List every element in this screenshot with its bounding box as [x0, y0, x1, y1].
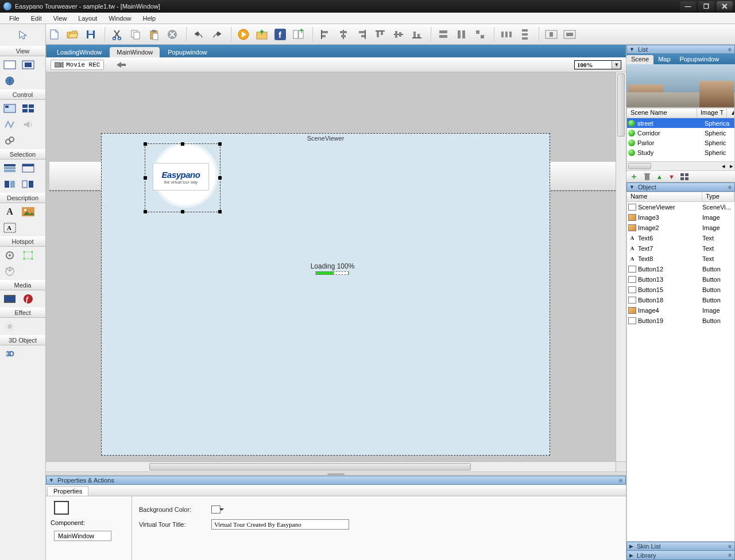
center-v-icon[interactable] [562, 26, 578, 42]
maximize-button[interactable]: ❐ [698, 1, 714, 11]
view-globe-icon[interactable] [2, 75, 17, 87]
col-scroll-up-icon[interactable]: ▲ [727, 108, 734, 118]
object-row[interactable]: Image2Image [627, 223, 734, 233]
object-row[interactable]: Button12Button [627, 264, 734, 274]
view-rect-icon[interactable] [2, 59, 17, 71]
three-d-icon[interactable]: 3D [2, 348, 17, 360]
scene-row[interactable]: streetSpherica [627, 118, 734, 128]
match-width-icon[interactable] [435, 26, 451, 42]
object-row[interactable]: Button15Button [627, 285, 734, 295]
selection-frame-icon[interactable] [21, 162, 36, 174]
bg-color-swatch[interactable] [211, 505, 220, 514]
undo-icon[interactable] [191, 26, 207, 42]
tab-loadingwindow[interactable]: LoadingWindow [50, 47, 109, 57]
zoom-selector[interactable]: ▾ [574, 60, 621, 69]
zoom-dropdown-icon[interactable]: ▾ [612, 61, 621, 69]
scene-row[interactable]: StudySpheric [627, 147, 734, 157]
minimize-button[interactable]: — [680, 1, 696, 11]
hotspot-point-icon[interactable] [2, 249, 17, 262]
menu-view[interactable]: View [48, 15, 73, 22]
object-list[interactable]: SceneViewerSceneVi...Image3ImageImage2Im… [626, 202, 735, 542]
media-video-icon[interactable] [2, 293, 17, 305]
menu-help[interactable]: Help [137, 15, 162, 22]
zoom-input[interactable] [575, 61, 612, 69]
text-tool-icon[interactable]: A [2, 205, 17, 218]
scene-hscroll[interactable]: ◂▸ [626, 162, 735, 171]
distribute-v-icon[interactable] [517, 26, 533, 42]
new-file-icon[interactable] [46, 26, 62, 42]
close-button[interactable]: ✕ [717, 1, 733, 11]
delete-icon[interactable] [164, 26, 180, 42]
panel-options-icon[interactable]: ≡ [728, 46, 732, 53]
object-row[interactable]: Button18Button [627, 295, 734, 305]
selection-dual-icon[interactable] [21, 178, 36, 190]
menu-file[interactable]: File [3, 15, 25, 22]
delete-scene-icon[interactable] [644, 173, 651, 181]
control-panel-icon[interactable] [2, 102, 17, 115]
effect-sun-icon[interactable] [2, 320, 17, 333]
panel-options-icon[interactable]: ≡ [619, 477, 623, 484]
tab-scene[interactable]: Scene [626, 55, 653, 64]
distribute-h-icon[interactable] [498, 26, 514, 42]
col-object-type[interactable]: Type [702, 192, 734, 201]
panel-options-icon[interactable]: ≡ [728, 543, 732, 550]
col-image-type[interactable]: Image T [697, 108, 727, 118]
align-left-icon[interactable] [317, 26, 333, 42]
object-row[interactable]: SceneViewerSceneVi... [627, 202, 734, 212]
export-list-icon[interactable] [291, 26, 307, 42]
align-top-icon[interactable] [372, 26, 388, 42]
object-row[interactable]: Button19Button [627, 316, 734, 326]
tab-popupwindow[interactable]: Popupwindow [161, 47, 214, 57]
paste-icon[interactable] [146, 26, 162, 42]
save-file-icon[interactable] [83, 26, 99, 42]
canvas-vscroll[interactable] [616, 72, 626, 461]
canvas-hscroll[interactable] [46, 461, 616, 472]
play-icon[interactable] [235, 26, 252, 42]
hotspot-radar-icon[interactable] [2, 265, 17, 278]
scene-row[interactable]: CorridorSpheric [627, 128, 734, 138]
media-flash-icon[interactable]: f [21, 293, 36, 305]
object-row[interactable]: AText6Text [627, 233, 734, 243]
align-hcenter-icon[interactable] [335, 26, 351, 42]
pointer-tool-icon[interactable] [16, 29, 30, 41]
menu-window[interactable]: Window [103, 15, 137, 22]
tab-mainwindow[interactable]: MainWindow [110, 47, 160, 57]
textarea-tool-icon[interactable]: A [2, 221, 17, 234]
match-height-icon[interactable] [454, 26, 470, 42]
object-row[interactable]: AText8Text [627, 254, 734, 264]
align-right-icon[interactable] [354, 26, 370, 42]
center-h-icon[interactable] [543, 26, 559, 42]
image-tool-icon[interactable] [21, 205, 36, 218]
col-object-name[interactable]: Name [627, 192, 702, 201]
hotspot-area-icon[interactable] [21, 249, 36, 262]
align-bottom-icon[interactable] [409, 26, 425, 42]
redo-icon[interactable] [209, 26, 225, 42]
panel-options-icon[interactable]: ≡ [728, 552, 732, 558]
skin-panel-header[interactable]: ▶ Skin List ≡ [626, 542, 735, 551]
menu-layout[interactable]: Layout [72, 15, 103, 22]
open-file-icon[interactable] [64, 26, 80, 42]
tab-properties[interactable]: Properties [47, 486, 88, 496]
export-folder-icon[interactable] [254, 26, 270, 42]
menu-edit[interactable]: Edit [25, 15, 48, 22]
movie-rec-button[interactable]: Movie REC [51, 60, 104, 70]
object-row[interactable]: AText7Text [627, 243, 734, 254]
cut-icon[interactable] [109, 26, 125, 42]
selection-thumbs-icon[interactable] [2, 178, 17, 190]
scene-row[interactable]: ParlorSpheric [627, 138, 734, 147]
back-button[interactable] [113, 59, 129, 71]
move-up-icon[interactable]: ▲ [656, 173, 663, 180]
tab-popupwindow[interactable]: Popupwindow [675, 55, 724, 64]
properties-panel-header[interactable]: ▼ Properties & Actions ≡ [46, 476, 626, 485]
object-panel-header[interactable]: ▼ Object ≡ [626, 182, 735, 192]
grid-view-icon[interactable] [680, 173, 688, 180]
tab-map[interactable]: Map [653, 55, 675, 64]
scene-list[interactable]: streetSphericaCorridorSphericParlorSpher… [626, 118, 735, 162]
control-sound-icon[interactable] [21, 118, 36, 131]
align-vcenter-icon[interactable] [390, 26, 407, 42]
move-down-icon[interactable]: ▼ [668, 173, 675, 180]
panel-options-icon[interactable]: ≡ [728, 184, 732, 190]
selection-list-icon[interactable] [2, 162, 17, 174]
brand-logo[interactable]: EEasypanoasypano the virtual tour way [153, 163, 209, 190]
view-inset-icon[interactable] [21, 59, 36, 71]
